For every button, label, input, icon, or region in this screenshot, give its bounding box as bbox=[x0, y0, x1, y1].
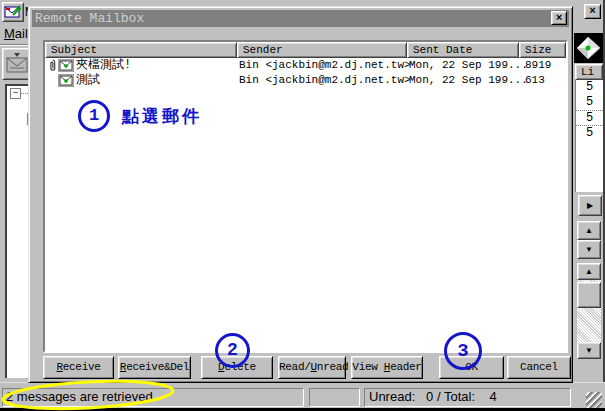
message-list[interactable]: Subject Sender Sent Date Size 夾檔測試! Bin … bbox=[43, 40, 568, 353]
column-header-sent-date[interactable]: Sent Date bbox=[407, 42, 519, 58]
arrow-up-icon: ▲ bbox=[578, 264, 600, 279]
list-item: 5 bbox=[576, 110, 603, 125]
message-subject: 夾檔測試! bbox=[76, 58, 131, 73]
receive-button[interactable]: Receive bbox=[43, 356, 114, 379]
message-subject: 測試 bbox=[76, 73, 100, 88]
mail-envelope-icon bbox=[58, 74, 74, 87]
close-icon: × bbox=[589, 5, 596, 17]
message-sender: Bin <jackbin@m2.dj.net.tw> bbox=[239, 58, 411, 73]
status-bar: 2 messages are retrieved Unread: 0 / Tot… bbox=[0, 382, 605, 408]
annotation-step1-circle: 1 bbox=[78, 100, 110, 132]
status-empty-panel bbox=[309, 388, 360, 407]
message-size: 613 bbox=[525, 73, 545, 88]
message-size: 8919 bbox=[525, 58, 551, 73]
tree-collapse-icon[interactable]: − bbox=[10, 88, 21, 99]
close-icon: × bbox=[556, 12, 563, 24]
menu-toolbar-divider bbox=[0, 44, 30, 46]
app-mail-icon-button[interactable] bbox=[2, 2, 24, 22]
scroll-up-button[interactable]: ▲ bbox=[577, 263, 601, 280]
scroll-right-button[interactable]: ▶ bbox=[578, 195, 602, 216]
list-item: 5 bbox=[576, 80, 603, 95]
toolbar-stamp-icon bbox=[3, 49, 31, 79]
column-header-lines[interactable]: Li bbox=[575, 64, 603, 80]
arrow-down-icon: ▼ bbox=[578, 343, 600, 358]
menu-mail[interactable]: Mail bbox=[4, 26, 28, 41]
remote-mailbox-dialog: Remote Mailbox × Subject Sender Sent Dat… bbox=[28, 6, 573, 383]
mail-envelope-icon bbox=[58, 59, 74, 72]
column-header-subject[interactable]: Subject bbox=[45, 42, 237, 58]
mail-app-icon bbox=[3, 3, 23, 21]
folder-tree-pane[interactable]: − bbox=[5, 84, 30, 378]
spin-up-button[interactable]: ▲ bbox=[577, 221, 601, 240]
status-counts-panel: Unread: 0 / Total: 4 bbox=[364, 388, 571, 407]
annotation-step3-circle: 3 bbox=[444, 332, 482, 370]
cancel-button[interactable]: Cancel bbox=[507, 356, 571, 379]
list-item: 5 bbox=[576, 95, 603, 110]
scrollbar-thumb[interactable] bbox=[577, 282, 601, 308]
message-sender: Bin <jackbin@m2.dj.net.tw> bbox=[239, 73, 411, 88]
dialog-titlebar[interactable]: Remote Mailbox × bbox=[32, 10, 569, 27]
read-unread-button[interactable]: Read/Unread bbox=[278, 356, 346, 379]
annotation-step1-label: 點選郵件 bbox=[122, 105, 202, 128]
view-header-button[interactable]: View Header bbox=[351, 356, 423, 379]
annotation-step2-circle: 2 bbox=[215, 333, 250, 368]
arrow-down-icon: ▼ bbox=[578, 241, 600, 258]
resize-grip[interactable] bbox=[586, 392, 602, 408]
vertical-scrollbar[interactable]: ▲ ▼ bbox=[577, 263, 601, 359]
column-header-sender[interactable]: Sender bbox=[237, 42, 407, 58]
column-header-size[interactable]: Size bbox=[519, 42, 566, 58]
list-item: 5 bbox=[576, 125, 603, 140]
dialog-title: Remote Mailbox bbox=[35, 11, 144, 26]
message-sent-date: Mon, 22 Sep 199... bbox=[409, 58, 528, 73]
arrow-right-icon: ▶ bbox=[579, 196, 601, 215]
parent-close-button[interactable]: × bbox=[584, 4, 601, 19]
status-message-panel: 2 messages are retrieved bbox=[2, 388, 304, 407]
connection-status-icon bbox=[574, 33, 603, 63]
message-sent-date: Mon, 22 Sep 199... bbox=[409, 73, 528, 88]
message-row[interactable]: 測試 Bin <jackbin@m2.dj.net.tw> Mon, 22 Se… bbox=[45, 73, 566, 88]
dialog-close-button[interactable]: × bbox=[551, 11, 567, 25]
lines-list[interactable]: 5 5 5 5 bbox=[575, 80, 603, 192]
message-row[interactable]: 夾檔測試! Bin <jackbin@m2.dj.net.tw> Mon, 22… bbox=[45, 58, 566, 73]
scroll-down-button[interactable]: ▼ bbox=[577, 342, 601, 359]
spin-down-button[interactable]: ▼ bbox=[577, 240, 601, 259]
receive-and-delete-button[interactable]: Receive&Del bbox=[118, 356, 191, 379]
arrow-up-icon: ▲ bbox=[578, 222, 600, 239]
attachment-paperclip-icon bbox=[48, 59, 57, 72]
